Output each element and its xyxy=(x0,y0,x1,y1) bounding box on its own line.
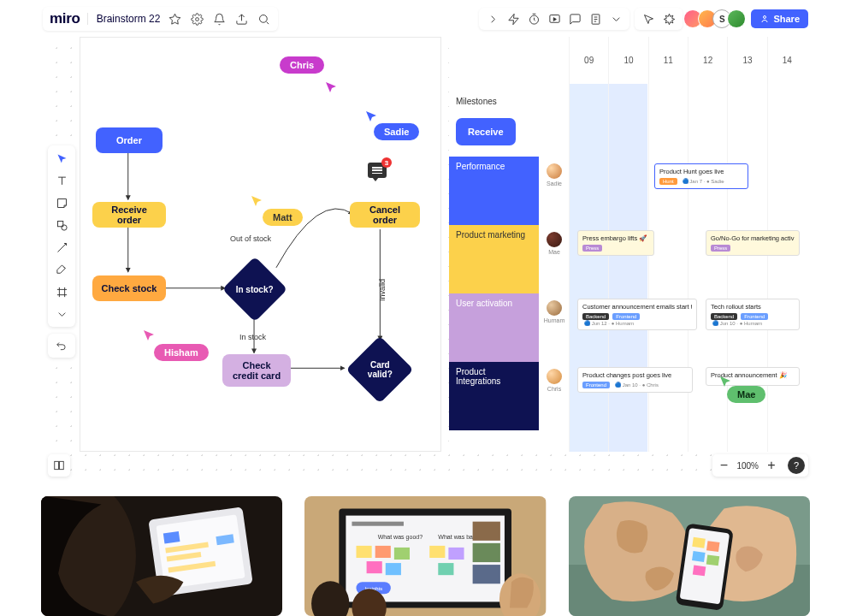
share-button[interactable]: Share xyxy=(751,9,808,28)
svg-rect-20 xyxy=(163,531,180,544)
sticky-note-tool[interactable] xyxy=(51,195,72,210)
gallery: What was good? What was bad? Insights xyxy=(41,496,810,616)
svg-point-0 xyxy=(195,17,198,21)
svg-rect-38 xyxy=(439,563,454,575)
svg-rect-15 xyxy=(60,461,64,469)
gallery-item[interactable]: What was good? What was bad? Insights xyxy=(304,496,546,616)
cursor-mae: Mae xyxy=(727,386,765,403)
gallery-item[interactable] xyxy=(41,496,282,616)
svg-rect-42 xyxy=(473,543,500,562)
svg-point-5 xyxy=(764,16,766,19)
frames-button[interactable] xyxy=(48,454,70,477)
svg-rect-53 xyxy=(692,551,706,562)
reactions-icon[interactable] xyxy=(660,11,677,27)
select-tool[interactable] xyxy=(51,151,72,166)
comment-count-badge: 3 xyxy=(381,157,392,168)
svg-rect-37 xyxy=(449,548,464,560)
top-bar-right: S Share xyxy=(479,8,808,30)
cursor-icon[interactable] xyxy=(640,11,657,27)
collaborator-avatars[interactable]: S xyxy=(688,9,746,28)
svg-rect-51 xyxy=(692,537,706,548)
avatar[interactable] xyxy=(727,9,746,28)
more-apps-icon[interactable] xyxy=(607,11,624,27)
timeline-col: 10 xyxy=(608,37,647,84)
text-tool[interactable] xyxy=(51,173,72,188)
export-icon[interactable] xyxy=(233,11,249,27)
svg-rect-34 xyxy=(367,561,382,573)
lightning-icon[interactable] xyxy=(505,11,522,27)
help-button[interactable]: ? xyxy=(788,457,805,474)
timeline-col: 09 xyxy=(569,37,608,84)
share-label: Share xyxy=(773,14,800,24)
timeline-col: 11 xyxy=(648,37,688,84)
flow-node-in-stock[interactable]: In stock? xyxy=(222,257,287,322)
cursor-matt: Matt xyxy=(263,209,303,226)
zoom-level[interactable]: 100% xyxy=(736,461,759,471)
flow-node-receive-order[interactable]: Receive order xyxy=(92,202,166,228)
connector-tool[interactable] xyxy=(51,240,72,255)
star-icon[interactable] xyxy=(167,11,182,27)
logo: miro xyxy=(50,10,80,27)
svg-rect-52 xyxy=(706,541,720,552)
top-apps-cluster xyxy=(479,8,629,30)
notes-icon[interactable] xyxy=(587,11,604,27)
undo-button[interactable] xyxy=(48,334,75,358)
timeline-row-label: User activation xyxy=(449,293,539,313)
top-bar-left: miro Brainstorm 22 xyxy=(43,7,278,31)
timeline-card[interactable]: Customer announcement emails start to go… xyxy=(577,299,697,330)
cursor-cluster xyxy=(635,8,683,30)
more-tools[interactable] xyxy=(51,306,72,322)
timeline-frame[interactable]: 09 10 11 12 13 14 Milestones Receive Per… xyxy=(449,37,807,452)
svg-point-1 xyxy=(259,15,267,22)
comment-mode-icon[interactable] xyxy=(566,11,583,27)
flow-node-check-cc[interactable]: Check credit card xyxy=(222,354,291,387)
edge-label-invalid: Invalid xyxy=(378,279,387,301)
timeline-card[interactable]: Press embargo lifts 🚀 Press xyxy=(577,230,654,256)
present-icon[interactable] xyxy=(546,11,563,27)
zoom-out-button[interactable]: − xyxy=(716,458,731,473)
svg-rect-14 xyxy=(55,461,59,469)
svg-rect-43 xyxy=(473,565,500,583)
frame-tool[interactable] xyxy=(51,284,72,299)
svg-rect-55 xyxy=(692,565,706,576)
flow-node-cancel-order[interactable]: Cancel order xyxy=(350,202,420,228)
left-toolbar xyxy=(48,145,75,327)
timeline-row-avatar: Sadie xyxy=(541,163,568,187)
svg-rect-32 xyxy=(375,546,391,558)
timeline-row-avatar: Chris xyxy=(541,369,568,392)
zoom-controls: − 100% + ? xyxy=(712,454,808,477)
svg-rect-28 xyxy=(352,522,404,526)
timeline-row-avatar: Humam xyxy=(541,300,568,323)
milestone-receive[interactable]: Receive xyxy=(456,118,516,145)
edge-label-out-of-stock: Out of stock xyxy=(230,234,271,243)
bell-icon[interactable] xyxy=(211,11,227,27)
timeline-grid xyxy=(569,84,807,452)
timeline-header: 09 10 11 12 13 14 xyxy=(569,37,807,84)
flow-node-check-stock[interactable]: Check stock xyxy=(92,275,166,301)
comment-icon[interactable]: 3 xyxy=(368,163,387,178)
timeline-card[interactable]: Product changes post goes live Frontend … xyxy=(577,367,693,393)
flow-node-card-valid[interactable]: Card valid? xyxy=(346,335,413,403)
chevron-right-icon[interactable] xyxy=(484,11,501,27)
timeline-card[interactable]: Product Hunt goes live Hunt 🔵 Jan 7 · ● … xyxy=(654,163,748,189)
search-icon[interactable] xyxy=(256,11,271,27)
flowchart-frame[interactable]: Order Receive order Check stock In stock… xyxy=(80,37,441,452)
flow-node-order[interactable]: Order xyxy=(96,127,163,153)
svg-rect-41 xyxy=(473,522,500,541)
zoom-in-button[interactable]: + xyxy=(764,458,779,473)
settings-icon[interactable] xyxy=(189,11,204,27)
timer-icon[interactable] xyxy=(525,11,542,27)
top-bar: miro Brainstorm 22 S Sha xyxy=(43,5,808,33)
pen-tool[interactable] xyxy=(51,262,72,277)
svg-rect-36 xyxy=(430,546,446,558)
timeline-card[interactable]: Go/No-Go for marketing activities Press xyxy=(706,230,800,256)
timeline-row-label: Product Integrations xyxy=(449,362,539,391)
svg-text:What was good?: What was good? xyxy=(378,534,423,541)
svg-rect-33 xyxy=(394,548,410,560)
timeline-col: 12 xyxy=(688,37,727,84)
shape-tool[interactable] xyxy=(51,217,72,233)
gallery-item[interactable] xyxy=(569,496,810,616)
svg-rect-35 xyxy=(386,563,401,575)
timeline-card[interactable]: Tech rollout starts Backend Frontend 🔵 J… xyxy=(706,299,800,330)
board-name[interactable]: Brainstorm 22 xyxy=(87,13,161,25)
